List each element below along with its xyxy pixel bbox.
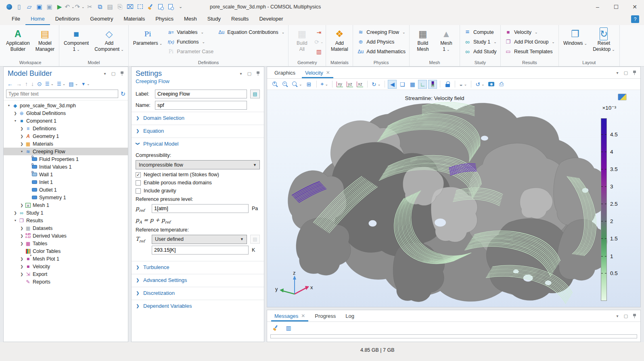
chevron-right-icon[interactable]: ❯ — [19, 203, 25, 207]
close-button[interactable]: ✕ — [625, 0, 644, 13]
tree-item-datasets[interactable]: ❯▦Datasets — [4, 224, 128, 232]
chevron-down-icon[interactable]: ▼ — [6, 104, 12, 107]
forward-button[interactable]: → — [15, 80, 23, 88]
customize-toolbar-button[interactable]: ⌄ — [176, 2, 186, 12]
tree-item-component-1[interactable]: ▼■Component 1 — [4, 117, 128, 125]
remove-details-button[interactable]: ▥ — [314, 47, 324, 56]
tree-item-export[interactable]: ❯⇲Export — [4, 270, 128, 278]
help-button[interactable]: ? — [631, 15, 639, 23]
chevron-right-icon[interactable]: ❯ — [19, 134, 25, 138]
grid-button[interactable]: ▦ — [408, 80, 417, 89]
xz-view-button[interactable]: xz — [355, 80, 364, 89]
checkbox-enable-porous-media-domains[interactable] — [136, 180, 141, 186]
print-button[interactable]: ⎙ — [497, 80, 506, 89]
menu-results[interactable]: Results — [226, 13, 254, 25]
messages-tab-log[interactable]: Log — [341, 310, 359, 321]
new-file-button[interactable]: ▯ — [14, 2, 24, 12]
add-study-button[interactable]: ∞Add Study — [462, 47, 498, 56]
minimize-button[interactable]: – — [588, 0, 607, 13]
section-header-physical-model[interactable]: ❯ Physical Model — [132, 138, 264, 150]
environment-button[interactable]: ◒⌄ — [458, 80, 468, 89]
color-legend-button[interactable] — [428, 80, 437, 89]
run-button[interactable]: ▶ — [54, 2, 65, 12]
application-builder-button[interactable]: AApplication Builder — [4, 26, 32, 60]
compute-button[interactable]: =Compute — [462, 27, 498, 37]
section-header-dependent-variables[interactable]: ❯ Dependent Variables — [132, 300, 264, 312]
tree-item-study-1[interactable]: ❯∞Study 1 — [4, 209, 128, 217]
tref-source-button[interactable]: ▤ — [250, 235, 260, 244]
close-icon[interactable]: ✕ — [326, 70, 330, 75]
tree-item-tables[interactable]: ❯▦Tables — [4, 240, 128, 247]
save-as-button[interactable]: ▣ — [44, 2, 54, 12]
rotate-button[interactable]: ↻⌄ — [370, 80, 382, 89]
scene-light-button[interactable]: ◀ — [388, 80, 397, 89]
result-templates-button[interactable]: ▭Result Templates — [503, 47, 556, 56]
cut-button[interactable]: ✂ — [85, 2, 95, 12]
tree-item-mesh-1[interactable]: ❯▲Mesh 1 — [4, 201, 128, 209]
tref-input[interactable] — [152, 246, 249, 255]
panel-pin-button[interactable] — [631, 70, 637, 75]
creeping-flow-button[interactable]: ≋Creeping Flow⌄ — [355, 27, 407, 37]
filter-button[interactable]: ▼⌄ — [80, 80, 91, 88]
filter-input[interactable] — [6, 90, 118, 98]
tree-item-geometry-1[interactable]: ❯AGeometry 1 — [4, 132, 128, 140]
tree-item-color-tables[interactable]: Color Tables — [4, 247, 128, 255]
tree-item-creeping-flow[interactable]: ▼≋Creeping Flow — [4, 148, 128, 155]
panel-chevron-button[interactable]: ▾ — [102, 71, 108, 77]
label-input[interactable] — [155, 90, 247, 98]
velocity-button[interactable]: ■Velocity⌄ — [503, 27, 556, 37]
section-header-domain-selection[interactable]: ❯ Domain Selection — [132, 112, 264, 124]
name-input[interactable] — [155, 101, 247, 110]
chevron-down-icon[interactable]: ▼ — [13, 219, 18, 222]
graphics-tab-graphics[interactable]: Graphics — [270, 67, 300, 78]
find-button[interactable] — [155, 2, 165, 12]
default-view-button[interactable]: ⌖⌄ — [320, 80, 329, 89]
axis-orientation-button[interactable]: ∟ — [418, 80, 427, 89]
collapse-all-button[interactable]: ☰⌄ — [56, 80, 67, 88]
panel-float-button[interactable]: ▢ — [247, 71, 252, 77]
panel-float-button[interactable]: ▢ — [623, 313, 629, 319]
tree-item-inlet-1[interactable]: Inlet 1 — [4, 178, 128, 186]
messages-output[interactable] — [270, 334, 637, 338]
tree-item-wall-1[interactable]: Wall 1 — [4, 171, 128, 178]
message-table-button[interactable]: ▥ — [284, 323, 293, 332]
messages-tab-messages[interactable]: Messages✕ — [270, 310, 310, 321]
chevron-down-icon[interactable]: ▼ — [13, 119, 18, 122]
chevron-right-icon[interactable]: ❯ — [13, 211, 18, 215]
chevron-right-icon[interactable]: ❯ — [19, 127, 25, 131]
tree-item-results[interactable]: ▼❐Results — [4, 217, 128, 224]
update-plot-button[interactable]: ↺⌄ — [474, 80, 485, 89]
delete-button[interactable]: ⌧ — [125, 2, 135, 12]
duplicate-button[interactable]: ⎘ — [115, 2, 125, 12]
tree-item-initial-values-1[interactable]: Initial Values 1 — [4, 163, 128, 171]
copy-button[interactable]: ⧉ — [95, 2, 105, 12]
transparency-button[interactable]: ❏ — [398, 80, 407, 89]
section-header-advanced-settings[interactable]: ❯ Advanced Settings — [132, 274, 264, 286]
clear-selection-button[interactable] — [145, 2, 155, 12]
back-button[interactable]: ← — [6, 80, 14, 88]
menu-file[interactable]: File — [6, 13, 25, 25]
panel-chevron-button[interactable]: ▾ — [615, 313, 620, 319]
expand-all-button[interactable]: ☰⌄ — [44, 80, 55, 88]
menu-geometry[interactable]: Geometry — [85, 13, 118, 25]
tree-item-global-definitions[interactable]: ❯⊕Global Definitions — [4, 109, 128, 117]
tree-item-reports[interactable]: ✎Reports — [4, 278, 128, 286]
yz-view-button[interactable]: yz — [345, 80, 354, 89]
checkbox-neglect-inertial-term-stokes-flow[interactable]: ✓ — [136, 172, 141, 177]
close-icon[interactable]: ✕ — [301, 313, 305, 319]
menu-definitions[interactable]: Definitions — [50, 13, 85, 25]
tree-item-fluid-properties-1[interactable]: Fluid Properties 1 — [4, 155, 128, 163]
menu-mesh[interactable]: Mesh — [179, 13, 202, 25]
chevron-down-icon[interactable]: ▼ — [19, 150, 25, 153]
chevron-right-icon[interactable]: ❯ — [19, 272, 25, 276]
add-physics-button[interactable]: ⊕Add Physics — [355, 37, 407, 46]
add-mathematics-button[interactable]: ΔuAdd Mathematics — [355, 47, 407, 56]
chevron-right-icon[interactable]: ❯ — [19, 242, 25, 246]
study-1-button[interactable]: ∞Study 1⌄ — [462, 37, 498, 46]
windows-button[interactable]: ❐Windows⌄ — [561, 26, 590, 60]
chevron-right-icon[interactable]: ❯ — [19, 257, 25, 261]
image-snapshot-button[interactable] — [487, 80, 496, 89]
zoom-box-button[interactable]: ⌄ — [291, 80, 303, 89]
add-component-button[interactable]: ◇Add Component⌄ — [92, 26, 126, 60]
graphics-tab-velocity[interactable]: Velocity✕ — [300, 67, 335, 78]
